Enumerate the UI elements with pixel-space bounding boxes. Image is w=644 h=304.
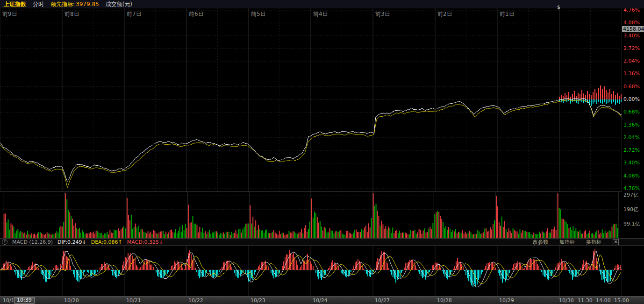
volume-axis-label: 99.1亿 [623, 222, 640, 226]
close-indicator-button[interactable]: ✕ [613, 239, 619, 245]
lead-indicator-label: 领先指标: [50, 1, 75, 7]
time-indicator-box[interactable]: 10:39 [14, 297, 35, 304]
dif-value: DIF:0.249↓ [57, 239, 86, 245]
percent-axis-label: 3.40% [623, 161, 640, 165]
percent-axis-label: 1.36% [623, 71, 640, 76]
day-label: 前9日 [2, 11, 17, 17]
percent-axis-label: 0.00% [623, 97, 640, 102]
time-tick-label: 15:00 [614, 297, 629, 304]
macd-chart[interactable] [0, 246, 622, 296]
price-tag: 4158.04 [622, 26, 644, 32]
mode-label[interactable]: 分时 [33, 0, 44, 8]
macd-title[interactable]: MACD (12,26,9) [12, 239, 53, 245]
time-tick-label: 10/29 [499, 297, 514, 304]
macd-header: ? MACD (12,26,9) DIF:0.249↓ DEA:0.086↑ M… [0, 238, 644, 246]
day-label: 前7日 [127, 11, 142, 17]
volume-axis-label: 198亿 [623, 207, 638, 212]
dea-value: DEA:0.086↑ [91, 239, 122, 245]
time-tick-label: 10/21 [126, 297, 141, 304]
money-marker-icon: $ [557, 4, 560, 10]
day-label: 前4日 [313, 11, 328, 17]
percent-axis: 4.76%4.08%3.40%2.72%2.04%1.36%0.68%0.00%… [622, 8, 644, 191]
percent-axis-label: 2.04% [623, 135, 640, 140]
switch-indicator-button[interactable]: 换指标 [586, 239, 601, 246]
day-label: 前6日 [189, 11, 204, 17]
percent-axis-label: 2.72% [623, 46, 640, 51]
add-indicator-button[interactable]: 加指标 [559, 239, 575, 246]
header-bar: 上证指数 分时 领先指标:3979.85 成交额(元) [0, 0, 644, 8]
lead-indicator-value: 3979.85 [76, 1, 99, 7]
time-tick-label: 10/27 [375, 297, 390, 304]
percent-axis-label: 4.76% [623, 186, 640, 191]
stock-app-window: 上证指数 分时 领先指标:3979.85 成交额(元) 前9日前8日前7日前6日… [0, 0, 644, 304]
turnover-label: 成交额(元) [106, 0, 132, 8]
time-tick-label: 10/22 [188, 297, 203, 304]
percent-axis-label: 4.08% [623, 174, 640, 178]
lead-indicator: 领先指标:3979.85 [50, 0, 99, 8]
volume-axis: 297亿198亿99.1亿 [622, 191, 644, 238]
time-tick-label: 10/20 [64, 297, 79, 304]
day-label: 前2日 [437, 11, 452, 17]
help-icon[interactable]: ? [2, 239, 7, 245]
percent-axis-label: 3.40% [623, 34, 640, 38]
volume-chart[interactable] [0, 191, 622, 238]
percent-axis-label: 0.68% [623, 110, 640, 114]
day-label: 前8日 [64, 11, 79, 17]
time-tick-label: 10/24 [313, 297, 328, 304]
time-axis-bar: 10/1710:3910/2010/2110/2210/2310/2410/27… [0, 296, 644, 304]
time-tick-label: 10/23 [250, 297, 265, 304]
volume-axis-label: 297亿 [623, 193, 638, 198]
percent-axis-label: 4.76% [623, 8, 640, 13]
symbol-name[interactable]: 上证指数 [4, 0, 26, 8]
time-tick-label: 10/30 [559, 297, 574, 304]
time-tick-label: 14:00 [596, 297, 611, 304]
percent-axis-label: 1.36% [623, 123, 640, 127]
time-tick-label: 10/28 [437, 297, 452, 304]
percent-axis-label: 0.68% [623, 85, 640, 89]
change-params-button[interactable]: 改参数 [533, 239, 548, 246]
day-label: 前5日 [251, 11, 266, 17]
percent-axis-label: 4.08% [623, 21, 640, 25]
macd-value: MACD:0.325↓ [127, 239, 163, 245]
time-tick-label: 11:30 [578, 297, 593, 304]
day-label: 前3日 [375, 11, 390, 17]
percent-axis-label: 2.04% [623, 59, 640, 64]
percent-axis-label: 2.72% [623, 148, 640, 153]
day-label: 前1日 [500, 11, 515, 17]
price-chart[interactable]: 前9日前8日前7日前6日前5日前4日前3日前2日前1日 [0, 8, 622, 191]
